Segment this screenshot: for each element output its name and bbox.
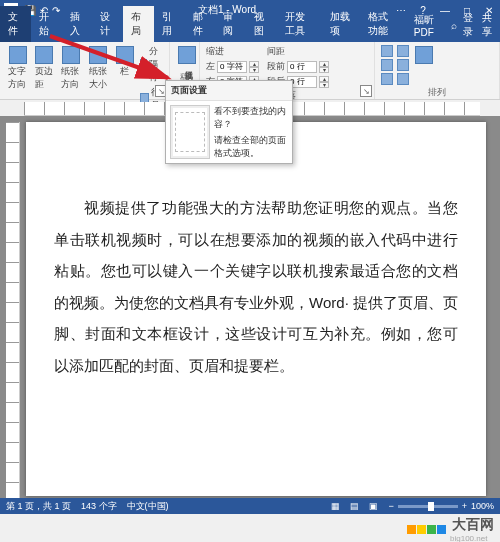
spacing-before[interactable]: 段前▴▾ (267, 60, 329, 73)
watermark-logo-icon (407, 525, 446, 534)
tab-layout[interactable]: 布局 (123, 6, 154, 42)
page-setup-tooltip: 页面设置 看不到要查找的内容？ 请检查全部的页面格式选项。 (165, 80, 293, 164)
paragraph-launcher[interactable]: ↘ (360, 85, 372, 97)
columns-button[interactable]: 栏 (114, 45, 136, 79)
tooltip-hint: 请检查全部的页面格式选项。 (214, 134, 288, 159)
sign-in[interactable]: 登录 (463, 11, 475, 39)
zoom-out-icon[interactable]: − (388, 501, 393, 511)
tab-home[interactable]: 开始 (31, 6, 62, 42)
tab-references[interactable]: 引用 (154, 6, 185, 42)
view-web-icon[interactable]: ▣ (369, 501, 378, 511)
status-language[interactable]: 中文(中国) (127, 500, 169, 513)
status-word-count[interactable]: 143 个字 (81, 500, 117, 513)
manuscript-paper-button[interactable]: 稿纸设置 (176, 45, 198, 66)
breaks-button[interactable]: 分隔符 (140, 45, 163, 84)
arrange-btn-2[interactable] (381, 59, 393, 71)
arrange-btn-1[interactable] (381, 45, 393, 57)
tab-mailings[interactable]: 邮件 (185, 6, 216, 42)
selection-pane-button[interactable]: 排列 (413, 45, 435, 66)
group-arrange-label: 排列 (381, 85, 493, 99)
margins-button[interactable]: 页边距 (33, 45, 55, 92)
view-read-icon[interactable]: ▦ (331, 501, 340, 511)
indent-label: 缩进 (206, 45, 259, 58)
tab-insert[interactable]: 插入 (62, 6, 93, 42)
vertical-ruler[interactable] (6, 122, 20, 502)
indent-left[interactable]: 左▴▾ (206, 60, 259, 73)
arrange-btn-3[interactable] (381, 73, 393, 85)
spacing-label: 间距 (267, 45, 329, 58)
arrange-btn-6[interactable] (397, 73, 409, 85)
zoom-in-icon[interactable]: + (462, 501, 467, 511)
document-paragraph[interactable]: 视频提供了功能强大的方法帮助您证明您的观点。当您单击联机视频时，可以在想要添加的… (54, 192, 458, 381)
tab-addins[interactable]: 加载项 (322, 6, 360, 42)
view-print-icon[interactable]: ▤ (350, 501, 359, 511)
tooltip-thumbnail (170, 105, 210, 159)
tab-design[interactable]: 设计 (92, 6, 123, 42)
tell-me-icon[interactable]: ⌕ (451, 20, 457, 31)
watermark: 大百网 big100.net (407, 516, 494, 542)
arrange-btn-4[interactable] (397, 45, 409, 57)
tooltip-title: 页面设置 (166, 81, 292, 101)
arrange-btn-5[interactable] (397, 59, 409, 71)
text-direction-button[interactable]: 文字方向 (6, 45, 29, 92)
tab-foxit-pdf[interactable]: 福昕PDF (406, 9, 451, 42)
tab-review[interactable]: 审阅 (215, 6, 246, 42)
document-page[interactable]: 视频提供了功能强大的方法帮助您证明您的观点。当您单击联机视频时，可以在想要添加的… (26, 122, 486, 496)
zoom-percent[interactable]: 100% (471, 501, 494, 511)
tab-format[interactable]: 格式功能 (360, 6, 405, 42)
orientation-button[interactable]: 纸张方向 (59, 45, 82, 92)
tab-view[interactable]: 视图 (246, 6, 277, 42)
watermark-text: 大百网 (452, 516, 494, 534)
watermark-sub: big100.net (450, 534, 494, 543)
status-page[interactable]: 第 1 页，共 1 页 (6, 500, 71, 513)
tooltip-question: 看不到要查找的内容？ (214, 105, 288, 130)
zoom-slider[interactable] (398, 505, 458, 508)
size-button[interactable]: 纸张大小 (87, 45, 110, 92)
tab-file[interactable]: 文件 (0, 6, 31, 42)
share-button[interactable]: 共享 (482, 11, 494, 39)
tab-developer[interactable]: 开发工具 (277, 6, 322, 42)
